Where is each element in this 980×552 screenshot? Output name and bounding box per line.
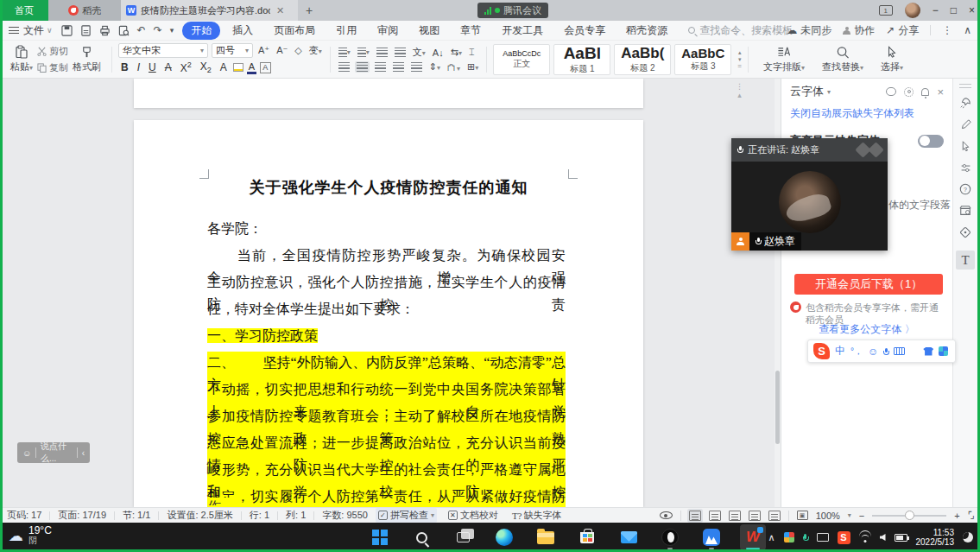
navigation-diamond-icon[interactable]	[958, 225, 972, 239]
file-menu[interactable]: 文件	[23, 23, 44, 38]
tray-mic-icon[interactable]	[803, 534, 808, 542]
qat-more-icon[interactable]: ▾	[170, 26, 174, 35]
settings-gear-icon[interactable]	[904, 87, 914, 97]
sogou-input-bar[interactable]: S 中 °， ☺	[807, 339, 956, 363]
fullscreen-icon[interactable]: ⌜⌟	[968, 510, 973, 521]
menu-tab-4[interactable]: 审阅	[369, 22, 407, 40]
input-mode-chinese-icon[interactable]: 中	[835, 344, 845, 358]
zoom-slider-knob[interactable]	[905, 511, 914, 520]
missing-fonts-button[interactable]: T? 缺失字体	[509, 508, 565, 523]
volume-icon[interactable]	[880, 534, 886, 541]
status-field-3[interactable]: 设置值: 2.5厘米	[167, 509, 232, 522]
underline-button[interactable]: U	[146, 61, 159, 73]
redo-button[interactable]: ↷	[154, 24, 162, 36]
page-view-button[interactable]	[689, 511, 701, 521]
window-layout-icon[interactable]: 1	[879, 5, 893, 16]
close-auto-list-link[interactable]: 关闭自动展示缺失字体列表	[781, 105, 952, 128]
task-view-button[interactable]	[450, 524, 476, 550]
superscript-button[interactable]: X2	[178, 60, 194, 74]
gallery-up-icon[interactable]: ▴	[738, 49, 742, 55]
new-tab-button[interactable]: +	[298, 0, 320, 21]
scrollbar-thumb[interactable]	[775, 371, 780, 444]
write-mode-button[interactable]	[768, 511, 781, 521]
status-field-0[interactable]: 页码: 17	[7, 509, 41, 522]
toolbox-icon[interactable]	[939, 346, 948, 356]
grow-font-button[interactable]: A⁺	[256, 45, 271, 56]
increase-indent-button[interactable]	[393, 47, 408, 58]
paragraph-mark-button[interactable]: ⇆▾	[449, 47, 464, 58]
menu-tab-0[interactable]: 开始	[182, 22, 220, 40]
style-card[interactable]: AaBl标题 1	[553, 44, 610, 75]
tab-docer[interactable]: 稻壳	[48, 0, 121, 21]
document-page[interactable]: 关于强化学生个人疫情防控责任的通知 各学院： 当前，全国疫情防控形势严峻复杂。为…	[134, 120, 643, 507]
collaborate-button[interactable]: 协作	[843, 23, 875, 38]
read-layout-button[interactable]	[729, 511, 741, 521]
file-explorer-button[interactable]	[533, 524, 559, 550]
font-size-select[interactable]: 四号▾	[212, 43, 253, 58]
microsoft-store-button[interactable]	[574, 524, 600, 550]
start-button[interactable]	[367, 524, 393, 550]
strikethrough-button[interactable]: A	[162, 61, 174, 73]
print-icon[interactable]	[99, 25, 111, 36]
template-store-icon[interactable]	[958, 204, 972, 218]
character-border-button[interactable]: A	[260, 62, 271, 73]
spell-check-button[interactable]: ✓ 拼写检查 ▾	[376, 508, 437, 523]
cut-button[interactable]: 剪切	[37, 45, 68, 58]
status-field-1[interactable]: 页面: 17/19	[58, 509, 106, 522]
shading-button[interactable]: ⛫▾	[446, 62, 462, 73]
meeting-indicator-pill[interactable]: 腾讯会议	[477, 3, 548, 18]
sogou-logo-icon[interactable]: S	[813, 343, 830, 359]
restore-button[interactable]: □	[951, 4, 957, 16]
meeting-chat-bar[interactable]: ☺ 说点什么... ‹	[17, 442, 90, 463]
docs-app-button[interactable]	[699, 524, 724, 550]
pinyin-guide-button[interactable]: 变▾	[307, 44, 324, 57]
sogou-tray-icon[interactable]: S	[838, 531, 850, 544]
style-card[interactable]: AaBbC标题 3	[674, 44, 731, 75]
eye-protection-icon[interactable]	[660, 511, 673, 519]
tray-display-icon[interactable]	[817, 533, 829, 542]
tab-ruler-button[interactable]: ⌶	[467, 47, 477, 58]
skin-icon[interactable]	[923, 347, 933, 356]
zoom-level[interactable]: 100%	[816, 511, 840, 521]
zoom-out-button[interactable]: −	[859, 511, 864, 521]
find-replace-button[interactable]: 查找替换▾	[813, 46, 872, 73]
font-color-button[interactable]: A	[247, 61, 256, 74]
more-options-icon[interactable]: ⋮	[942, 24, 952, 36]
subscript-button[interactable]: X2	[198, 60, 214, 74]
style-gallery-arrows[interactable]: ▴▾=	[737, 49, 742, 69]
numbered-list-button[interactable]: ▾	[356, 47, 371, 58]
account-icon[interactable]	[910, 347, 918, 355]
edit-pen-icon[interactable]	[958, 117, 972, 131]
meeting-video-area[interactable]: 赵焕章	[731, 162, 888, 251]
status-field-5[interactable]: 列: 1	[286, 509, 306, 522]
distribute-button[interactable]	[409, 61, 424, 73]
rail-handle-icon[interactable]	[959, 84, 971, 88]
help-icon[interactable]: ?	[958, 182, 972, 196]
tray-app-icon[interactable]	[784, 532, 794, 542]
collapse-chat-icon[interactable]: ‹	[82, 448, 85, 458]
soft-keyboard-icon[interactable]	[894, 347, 905, 355]
highlight-missing-toggle[interactable]	[918, 135, 944, 148]
proofread-button[interactable]: ✕ 文档校对	[446, 508, 501, 523]
font-name-select[interactable]: 华文中宋▾	[118, 43, 208, 58]
download-membership-button[interactable]: 开通会员后下载（1）	[794, 274, 943, 295]
select-arrow-icon[interactable]	[958, 139, 972, 153]
status-field-4[interactable]: 行: 1	[250, 509, 269, 522]
panel-title-caret-icon[interactable]: ▾	[827, 88, 831, 96]
clock[interactable]: 11:53 2022/5/13	[916, 528, 955, 547]
borders-button[interactable]: ⊞▾	[465, 61, 480, 73]
justify-button[interactable]	[391, 61, 406, 73]
menu-tab-9[interactable]: 稻壳资源	[617, 22, 676, 40]
undo-button[interactable]: ↶	[137, 24, 146, 36]
text-effects-button[interactable]: A	[218, 61, 230, 73]
wps-office-button[interactable]: W	[740, 524, 766, 550]
menu-tab-1[interactable]: 插入	[224, 22, 262, 40]
fit-page-icon[interactable]: ▣	[797, 511, 808, 520]
menu-tab-8[interactable]: 会员专享	[555, 22, 614, 40]
italic-button[interactable]: I	[135, 61, 142, 73]
collapse-ribbon-icon[interactable]: ∧	[964, 24, 971, 36]
shrink-font-button[interactable]: A⁻	[275, 45, 289, 56]
tab-document[interactable]: W 疫情防控主题班会学习内容.docx ✕	[121, 0, 298, 21]
decrease-indent-button[interactable]	[375, 47, 389, 58]
command-search[interactable]: 查找命令、搜索模板	[688, 23, 793, 38]
